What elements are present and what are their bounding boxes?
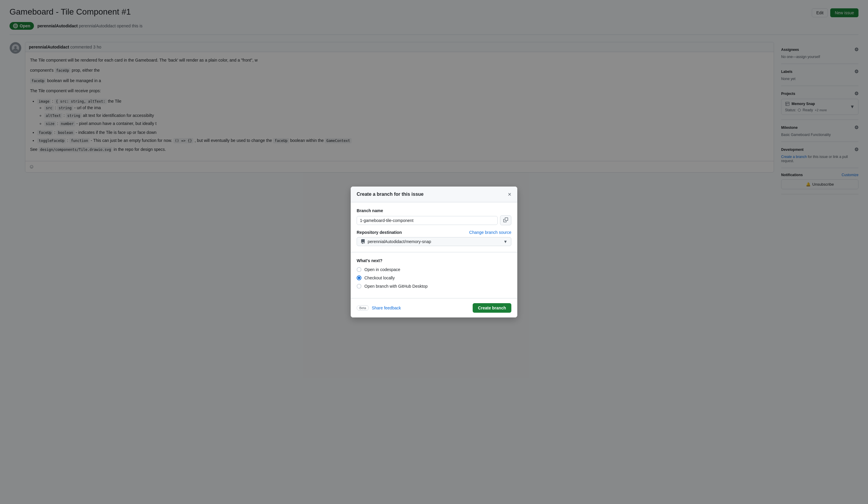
change-branch-source-link[interactable]: Change branch source [469,230,512,235]
radio-label-checkout: Checkout locally [364,276,395,280]
radio-dot-checkout [358,277,360,279]
modal-branch-name-section: Branch name Repository destination Chang… [351,202,517,252]
branch-name-row [356,215,512,225]
repo-dest-label: Repository destination [356,230,402,235]
modal-footer: Beta Share feedback Create branch [351,298,517,318]
modal-title: Create a branch for this issue [356,192,424,197]
radio-label-desktop: Open branch with GitHub Desktop [364,284,427,289]
create-branch-modal: Create a branch for this issue × Branch … [351,187,517,318]
radio-circle-codespace [356,267,361,272]
modal-close-button[interactable]: × [508,191,512,197]
modal-overlay[interactable]: Create a branch for this issue × Branch … [0,0,868,504]
repo-dest-header: Repository destination Change branch sou… [356,230,512,235]
repo-name-text: perennialAutodidact/memory-snap [368,239,431,244]
repo-select-button[interactable]: perennialAutodidact/memory-snap ▼ [356,237,512,246]
repo-dest-container: Repository destination Change branch sou… [356,230,512,246]
repo-icon [361,239,365,244]
branch-name-label: Branch name [356,208,512,213]
modal-whats-next-section: What's next? Open in codespace Checkout … [351,252,517,298]
radio-option-checkout[interactable]: Checkout locally [356,276,512,280]
repo-select-left: perennialAutodidact/memory-snap [361,239,431,244]
modal-footer-left: Beta Share feedback [356,305,401,311]
branch-name-input[interactable] [356,216,498,225]
radio-option-codespace[interactable]: Open in codespace [356,267,512,272]
modal-header: Create a branch for this issue × [351,187,517,202]
create-branch-button[interactable]: Create branch [473,303,512,313]
beta-badge: Beta [356,305,369,311]
copy-branch-name-button[interactable] [500,215,512,225]
radio-circle-desktop [356,284,361,289]
whats-next-title: What's next? [356,258,512,263]
radio-circle-checkout [356,276,361,280]
radio-label-codespace: Open in codespace [364,267,400,272]
radio-option-desktop[interactable]: Open branch with GitHub Desktop [356,284,512,289]
share-feedback-link[interactable]: Share feedback [372,306,401,310]
repo-chevron-icon: ▼ [503,239,507,244]
